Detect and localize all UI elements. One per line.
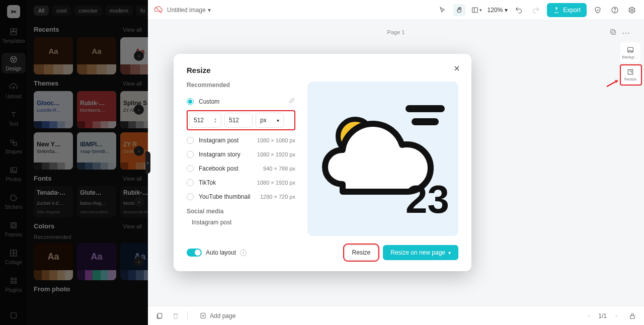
theme-card[interactable]: Glooc…Lucette-R… xyxy=(34,91,73,128)
rrail-resize[interactable]: Resize xyxy=(620,64,640,85)
rail-text[interactable]: Text xyxy=(2,108,26,129)
rail-frames[interactable]: Frames xyxy=(2,219,26,239)
filter-all[interactable]: All xyxy=(34,6,49,16)
document-title-text: Untitled image xyxy=(167,7,206,14)
resize-new-page-button[interactable]: Resize on new page▾ xyxy=(383,245,458,260)
page-more-icon[interactable]: ⋯ xyxy=(622,28,630,38)
topbar: Untitled image ▾ ▾ 120% ▾ Export xyxy=(148,0,644,20)
rail-upload[interactable]: Upload xyxy=(2,80,26,101)
design-sidepanel: All cool concise modern fo ▾ RecentsView… xyxy=(28,0,148,325)
row-next[interactable]: › xyxy=(134,197,144,207)
resize-preview: 23 xyxy=(307,82,458,236)
font-card[interactable]: Tenada-…Zocbel X-E…Stilu-Regular xyxy=(34,186,73,217)
theme-card[interactable]: Rubik-…Montserra… xyxy=(77,91,116,128)
rail-templates[interactable]: Templates xyxy=(2,25,26,46)
resize-modal: Resize Recommended Custom 512▲▼ 512 px▾ … xyxy=(174,54,471,271)
rail-stickers[interactable]: Stickers xyxy=(2,191,26,212)
filter-modern[interactable]: modern xyxy=(105,6,133,16)
recent-card[interactable]: Aa xyxy=(77,37,116,74)
svg-rect-11 xyxy=(11,223,17,228)
themes-viewall[interactable]: View all xyxy=(123,80,142,87)
pages-list-icon[interactable] xyxy=(155,311,164,320)
redo-button[interactable] xyxy=(530,4,542,16)
auto-layout-toggle[interactable] xyxy=(187,249,202,257)
document-title[interactable]: Untitled image ▾ xyxy=(167,7,211,14)
link-dimensions-icon[interactable] xyxy=(288,97,295,106)
custom-inputs-highlight: 512▲▼ 512 px▾ xyxy=(187,110,295,130)
templates-icon xyxy=(9,27,18,36)
rail-collage[interactable]: Collage xyxy=(2,247,26,267)
hand-tool[interactable] xyxy=(453,4,465,16)
color-card[interactable]: Aa xyxy=(34,243,73,280)
width-input[interactable]: 512▲▼ xyxy=(189,113,221,128)
undo-button[interactable] xyxy=(513,4,525,16)
color-card[interactable]: Aa xyxy=(77,243,116,280)
app-logo[interactable]: ✂ xyxy=(7,5,20,18)
width-stepper[interactable]: ▲▼ xyxy=(214,117,217,123)
svg-rect-31 xyxy=(412,118,439,125)
svg-point-22 xyxy=(631,9,633,11)
recents-title: Recents xyxy=(34,26,59,33)
filter-cool[interactable]: cool xyxy=(52,6,71,16)
section-themes: ThemesView all Glooc…Lucette-R…Rubik-…Mo… xyxy=(34,77,148,170)
row-next[interactable]: › xyxy=(134,51,144,61)
resize-option[interactable]: Instagram post1080 × 1080 px xyxy=(187,133,295,147)
font-card[interactable]: Glute…Baloo-Reg…HammersmithOn… xyxy=(77,186,116,217)
svg-point-5 xyxy=(14,58,15,59)
unit-select[interactable]: px▾ xyxy=(256,113,284,128)
colors-viewall[interactable]: View all xyxy=(123,223,142,229)
resize-option[interactable]: YouTube thumbnail1280 × 720 px xyxy=(187,190,295,204)
row-next[interactable]: › xyxy=(134,105,144,115)
section-colors: ColorsView all Recommended AaAaAa› xyxy=(34,220,148,280)
theme-card[interactable]: New Y…SinkinSa… xyxy=(34,132,73,170)
panel-collapse-handle[interactable]: ‹ xyxy=(145,151,150,174)
export-button[interactable]: Export xyxy=(547,3,587,17)
svg-rect-26 xyxy=(628,69,632,74)
row-next[interactable]: › xyxy=(134,257,144,267)
zoom-dropdown[interactable]: 120% ▾ xyxy=(488,7,508,14)
page-label: Page 1 xyxy=(387,29,405,35)
social-heading: Social media xyxy=(187,208,295,215)
rail-label: Stickers xyxy=(5,204,23,210)
row-next[interactable]: › xyxy=(134,146,144,156)
add-page-button[interactable]: Add page xyxy=(195,309,240,322)
resize-option[interactable]: Facebook post940 × 788 px xyxy=(187,161,295,176)
fromphoto-title: From photo xyxy=(34,285,70,293)
page-duplicate-icon[interactable] xyxy=(609,28,617,38)
svg-rect-17 xyxy=(15,282,17,284)
option-custom[interactable]: Custom xyxy=(187,94,295,109)
rail-plugins[interactable]: Plugins xyxy=(2,274,26,295)
info-icon[interactable]: i xyxy=(240,250,247,256)
social-item[interactable]: Instagram post xyxy=(187,217,295,226)
delete-page-icon[interactable] xyxy=(171,311,180,320)
theme-card[interactable]: IBMPl…Asap-SemiB… xyxy=(77,132,116,170)
resize-option[interactable]: Instagram story1080 × 1920 px xyxy=(187,147,295,161)
resize-button[interactable]: Resize xyxy=(345,245,378,260)
layout-tool[interactable]: ▾ xyxy=(470,4,482,16)
option-dims: 940 × 788 px xyxy=(263,166,295,172)
modal-close[interactable] xyxy=(451,63,462,74)
option-label: Instagram story xyxy=(199,151,257,158)
rail-design[interactable]: Design xyxy=(2,53,26,73)
page-next[interactable]: › xyxy=(612,311,621,320)
rail-photos[interactable]: Photos xyxy=(2,164,26,184)
resize-option[interactable]: TikTok1080 × 1920 px xyxy=(187,176,295,190)
rail-settings-bottom[interactable] xyxy=(2,309,26,322)
layers-icon xyxy=(9,311,18,320)
settings-icon[interactable] xyxy=(626,4,638,16)
section-recents: RecentsView all AaAaAa› xyxy=(34,24,148,74)
rail-shapes[interactable]: Shapes xyxy=(2,136,26,156)
page-prev[interactable]: ‹ xyxy=(584,311,593,320)
filter-concise[interactable]: concise xyxy=(74,6,102,16)
height-input[interactable]: 512 xyxy=(224,113,253,128)
recent-card[interactable]: Aa xyxy=(34,37,73,74)
shield-icon[interactable] xyxy=(592,4,604,16)
cursor-tool[interactable] xyxy=(436,4,448,16)
help-icon[interactable] xyxy=(609,4,621,16)
lock-icon[interactable] xyxy=(628,311,637,320)
recents-viewall[interactable]: View all xyxy=(123,27,142,33)
rrail-background[interactable]: Backgr… xyxy=(620,42,640,62)
svg-point-10 xyxy=(12,169,13,170)
filter-partial[interactable]: fo xyxy=(136,6,148,16)
fonts-viewall[interactable]: View all xyxy=(123,176,142,182)
